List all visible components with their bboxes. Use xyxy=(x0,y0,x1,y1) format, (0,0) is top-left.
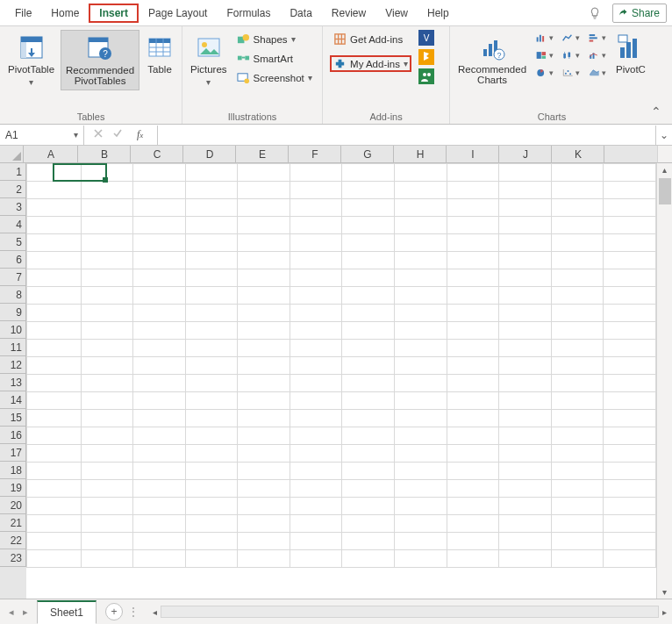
cell[interactable] xyxy=(133,533,186,550)
recommended-pivottables-button[interactable]: ? Recommended PivotTables xyxy=(61,30,139,90)
cell[interactable] xyxy=(395,445,447,463)
cell[interactable] xyxy=(604,340,656,357)
cell[interactable] xyxy=(499,340,552,357)
pivotchart-button[interactable]: PivotC xyxy=(611,30,650,78)
cell[interactable] xyxy=(499,463,552,480)
collapse-ribbon-icon[interactable]: ⌃ xyxy=(651,104,661,118)
cell[interactable] xyxy=(238,182,290,199)
row-header[interactable]: 18 xyxy=(0,462,26,479)
cell[interactable] xyxy=(447,217,499,234)
cell[interactable] xyxy=(342,427,395,445)
cell[interactable] xyxy=(604,533,656,550)
cell[interactable] xyxy=(447,445,499,463)
column-header[interactable]: J xyxy=(499,146,552,163)
cell[interactable] xyxy=(395,427,447,445)
cell[interactable] xyxy=(290,410,342,427)
table-button[interactable]: Table xyxy=(141,30,178,78)
cell[interactable] xyxy=(342,269,395,287)
cell[interactable] xyxy=(447,480,499,498)
cell[interactable] xyxy=(499,357,552,375)
row-header[interactable]: 6 xyxy=(0,251,26,269)
cell[interactable] xyxy=(185,515,238,533)
cell[interactable] xyxy=(133,322,186,340)
cell[interactable] xyxy=(133,305,186,322)
row-header[interactable]: 21 xyxy=(0,514,26,532)
cell[interactable] xyxy=(342,533,395,550)
tab-file[interactable]: File xyxy=(5,4,41,23)
formula-input[interactable] xyxy=(157,126,656,145)
cell[interactable] xyxy=(185,287,238,305)
cell[interactable] xyxy=(290,340,342,357)
cell[interactable] xyxy=(133,498,186,515)
cell[interactable] xyxy=(238,515,290,533)
cell[interactable] xyxy=(290,480,342,498)
row-header[interactable]: 14 xyxy=(0,391,26,409)
cell[interactable] xyxy=(81,498,133,515)
cell[interactable] xyxy=(238,287,290,305)
cell[interactable] xyxy=(447,234,499,252)
row-header[interactable]: 15 xyxy=(0,409,26,427)
line-chart-icon[interactable]: ▾ xyxy=(562,32,580,44)
scroll-left-icon[interactable]: ◂ xyxy=(153,607,157,617)
new-sheet-button[interactable]: + xyxy=(105,603,123,620)
cell[interactable] xyxy=(238,392,290,410)
cell[interactable] xyxy=(342,305,395,322)
cell[interactable] xyxy=(185,340,238,357)
cell[interactable] xyxy=(395,252,447,269)
cell[interactable] xyxy=(447,410,499,427)
bar-chart-icon[interactable]: ▾ xyxy=(589,32,606,44)
horizontal-scrollbar[interactable]: ◂ ▸ xyxy=(147,606,672,618)
cell[interactable] xyxy=(551,234,604,252)
tab-home[interactable]: Home xyxy=(41,4,89,23)
cell[interactable] xyxy=(499,252,552,269)
cell[interactable] xyxy=(395,392,447,410)
cell[interactable] xyxy=(499,234,552,252)
cell[interactable] xyxy=(447,515,499,533)
cell[interactable] xyxy=(185,498,238,515)
cell[interactable] xyxy=(551,515,604,533)
cell[interactable] xyxy=(81,340,133,357)
cell[interactable] xyxy=(185,305,238,322)
column-header[interactable]: D xyxy=(183,146,236,163)
cell[interactable] xyxy=(551,340,604,357)
cell[interactable] xyxy=(133,410,186,427)
row-header[interactable]: 12 xyxy=(0,356,26,374)
vertical-scrollbar[interactable]: ▴ ▾ xyxy=(656,163,672,599)
cell[interactable] xyxy=(604,375,656,392)
cell[interactable] xyxy=(27,340,82,357)
cell[interactable] xyxy=(81,445,133,463)
cell[interactable] xyxy=(238,199,290,217)
cell[interactable] xyxy=(27,217,82,234)
cell[interactable] xyxy=(185,182,238,199)
cell[interactable] xyxy=(290,550,342,568)
cell[interactable] xyxy=(604,164,656,182)
cell[interactable] xyxy=(604,550,656,568)
cell[interactable] xyxy=(342,463,395,480)
cell[interactable] xyxy=(342,252,395,269)
pivottable-button[interactable]: PivotTable ▾ xyxy=(4,30,59,91)
row-header[interactable]: 5 xyxy=(0,233,26,251)
my-addins-button[interactable]: My Add-ins▾ xyxy=(330,55,411,72)
bing-addin-icon[interactable] xyxy=(418,49,434,65)
cell[interactable] xyxy=(447,550,499,568)
cell[interactable] xyxy=(551,427,604,445)
cell[interactable] xyxy=(395,515,447,533)
column-headers[interactable]: ABCDEFGHIJK xyxy=(24,146,657,163)
tab-page-layout[interactable]: Page Layout xyxy=(139,4,217,23)
cell[interactable] xyxy=(238,463,290,480)
tab-view[interactable]: View xyxy=(375,4,418,23)
cell[interactable] xyxy=(81,463,133,480)
row-header[interactable]: 11 xyxy=(0,339,26,356)
cell[interactable] xyxy=(27,427,82,445)
cell[interactable] xyxy=(395,375,447,392)
cell[interactable] xyxy=(27,463,82,480)
cell[interactable] xyxy=(238,269,290,287)
tab-formulas[interactable]: Formulas xyxy=(217,4,280,23)
cell[interactable] xyxy=(27,515,82,533)
cell[interactable] xyxy=(395,498,447,515)
cell[interactable] xyxy=(81,182,133,199)
cell[interactable] xyxy=(499,480,552,498)
cell[interactable] xyxy=(395,269,447,287)
cell[interactable] xyxy=(342,322,395,340)
cell[interactable] xyxy=(551,357,604,375)
